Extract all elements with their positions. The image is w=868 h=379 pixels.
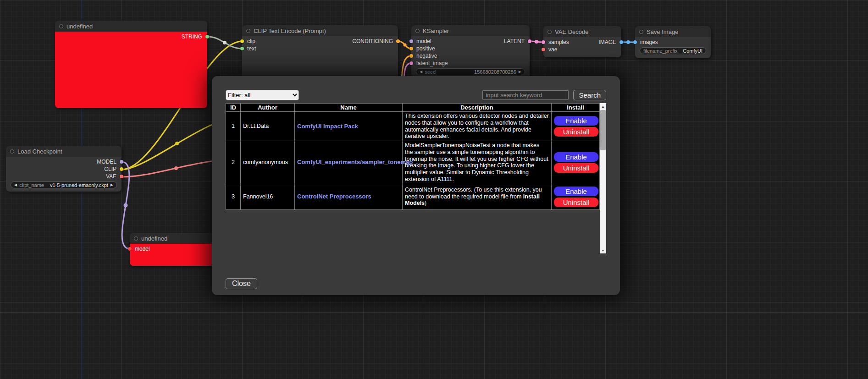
node-collapse-dot-icon[interactable]: [246, 29, 250, 33]
node-load-checkpoint[interactable]: Load Checkpoint MODEL CLIP VAE: [6, 146, 122, 192]
output-slot-string[interactable]: STRING: [182, 33, 207, 40]
input-slot-samples[interactable]: samples: [543, 38, 569, 46]
input-slot-clip[interactable]: clip: [242, 38, 255, 45]
node-title-bar[interactable]: CLIP Text Encode (Prompt): [242, 25, 398, 36]
input-slot-vae[interactable]: vae: [543, 46, 557, 53]
extension-name-link[interactable]: ControlNet Preprocessors: [297, 193, 371, 200]
increment-arrow-icon[interactable]: ▶: [519, 70, 521, 74]
input-pin-negative[interactable]: [409, 54, 413, 58]
seed-widget[interactable]: ◀ seed 156680208700286 ▶: [416, 68, 525, 75]
input-slot-model[interactable]: model: [130, 245, 150, 253]
input-pin-clip[interactable]: [240, 39, 244, 43]
node-body: images filename_prefix ComfyUI: [635, 37, 711, 58]
input-pin-text[interactable]: [240, 47, 244, 50]
dialog-controls: Filter: all Search: [226, 90, 606, 100]
scroll-thumb[interactable]: [600, 110, 606, 150]
slot-label: vae: [548, 46, 557, 53]
input-slot-images[interactable]: images: [635, 38, 658, 46]
enable-button[interactable]: Enable: [554, 187, 598, 196]
input-slot-negative[interactable]: negative: [411, 52, 437, 60]
node-title-bar[interactable]: undefined: [55, 21, 207, 32]
node-collapse-dot-icon[interactable]: [134, 236, 138, 241]
node-body: MODEL CLIP VAE ◀ ckpt_name v1-5-prun: [6, 157, 122, 192]
link-midpoint-dot: [404, 44, 407, 47]
output-slot-latent[interactable]: LATENT: [504, 38, 530, 45]
decrement-arrow-icon[interactable]: ◀: [420, 70, 422, 74]
increment-arrow-icon[interactable]: ▶: [111, 183, 113, 187]
input-pin-vae[interactable]: [542, 48, 545, 51]
input-slot-positive[interactable]: positive: [411, 45, 435, 52]
node-collapse-dot-icon[interactable]: [547, 30, 552, 34]
output-pin-conditioning[interactable]: [396, 39, 400, 43]
output-pin-string[interactable]: [205, 35, 209, 38]
enable-button[interactable]: Enable: [554, 152, 598, 162]
output-pin-clip[interactable]: [120, 167, 123, 171]
slot-label: text: [247, 45, 256, 52]
node-title-bar[interactable]: Load Checkpoint: [6, 146, 122, 157]
output-slot-conditioning[interactable]: CONDITIONING: [352, 38, 398, 45]
node-collapse-dot-icon[interactable]: [59, 24, 63, 28]
widget-value: v1-5-pruned-emaonly.ckpt: [50, 182, 108, 188]
extension-name-link[interactable]: ComfyUI_experiments/sampler_tonemap: [297, 159, 413, 165]
node-title-bar[interactable]: Save Image: [635, 26, 711, 37]
filename-prefix-widget[interactable]: filename_prefix ComfyUI: [640, 47, 706, 54]
node-title: VAE Decode: [555, 28, 588, 35]
output-pin-vae[interactable]: [120, 175, 123, 178]
extension-name-link[interactable]: ComfyUI Impact Pack: [297, 123, 358, 130]
header-author: Author: [241, 104, 295, 112]
input-slot-model[interactable]: model: [411, 38, 431, 45]
extension-description: ModelSamplerTonemapNoiseTest a node that…: [403, 141, 552, 184]
node-title-bar[interactable]: KSampler: [411, 25, 530, 36]
input-slot-latent-image[interactable]: latent_image: [411, 60, 448, 67]
extension-table-row: 2 comfyanonymous ComfyUI_experiments/sam…: [226, 141, 600, 184]
output-pin-image[interactable]: [619, 40, 623, 44]
widget-value: ComfyUI: [683, 48, 702, 54]
node-collapse-dot-icon[interactable]: [415, 29, 420, 33]
node-undefined-top[interactable]: undefined STRING: [55, 21, 207, 108]
scroll-up-button[interactable]: ▲: [600, 103, 606, 110]
header-description: Description: [403, 104, 552, 112]
node-collapse-dot-icon[interactable]: [639, 30, 643, 34]
search-input[interactable]: [482, 90, 569, 100]
input-pin-latent-image[interactable]: [409, 61, 413, 65]
output-pin-model[interactable]: [120, 160, 123, 164]
decrement-arrow-icon[interactable]: ◀: [14, 183, 17, 187]
scroll-up-icon: ▲: [602, 105, 605, 108]
enable-button[interactable]: Enable: [554, 116, 598, 126]
scroll-down-icon: ▼: [602, 249, 605, 252]
output-slot-clip[interactable]: CLIP: [104, 165, 122, 173]
input-pin-model[interactable]: [128, 247, 132, 251]
output-slot-model[interactable]: MODEL: [97, 158, 122, 165]
extension-author: Fannovel16: [241, 184, 295, 209]
node-title-bar[interactable]: VAE Decode: [543, 26, 621, 37]
slot-label: IMAGE: [598, 39, 616, 45]
output-slot-image[interactable]: IMAGE: [598, 38, 621, 46]
search-button[interactable]: Search: [573, 90, 606, 100]
node-save-image[interactable]: Save Image images filename_prefix ComfyU…: [635, 26, 711, 58]
header-install: Install: [552, 104, 600, 112]
extension-id: 1: [226, 112, 241, 141]
uninstall-button[interactable]: Uninstall: [554, 198, 598, 207]
input-pin-samples[interactable]: [542, 40, 545, 44]
table-scrollbar[interactable]: ▲ ▼: [600, 103, 606, 253]
extension-table-body: 1 Dr.Lt.Data ComfyUI Impact Pack This ex…: [226, 112, 600, 210]
input-pin-positive[interactable]: [409, 47, 413, 50]
input-pin-images[interactable]: [633, 40, 637, 44]
node-collapse-dot-icon[interactable]: [10, 149, 14, 154]
output-pin-latent[interactable]: [528, 39, 531, 43]
node-undefined-bottom[interactable]: undefined model: [130, 233, 221, 266]
node-title-bar[interactable]: undefined: [130, 233, 221, 244]
input-slot-text[interactable]: text: [242, 45, 256, 52]
graph-canvas[interactable]: undefined STRING CLIP Text Encode (Promp…: [0, 0, 868, 379]
link-midpoint-dot: [223, 41, 227, 44]
node-vae-decode[interactable]: VAE Decode samples IMAGE vae: [543, 26, 621, 57]
output-slot-vae[interactable]: VAE: [106, 173, 122, 180]
ckpt-name-widget[interactable]: ◀ ckpt_name v1-5-pruned-emaonly.ckpt ▶: [11, 181, 117, 188]
node-body: STRING: [55, 32, 207, 108]
uninstall-button[interactable]: Uninstall: [554, 163, 598, 173]
uninstall-button[interactable]: Uninstall: [554, 127, 598, 137]
filter-select[interactable]: Filter: all: [226, 90, 299, 100]
scroll-down-button[interactable]: ▼: [600, 247, 606, 253]
input-pin-model[interactable]: [409, 39, 413, 43]
close-button[interactable]: Close: [226, 278, 257, 289]
